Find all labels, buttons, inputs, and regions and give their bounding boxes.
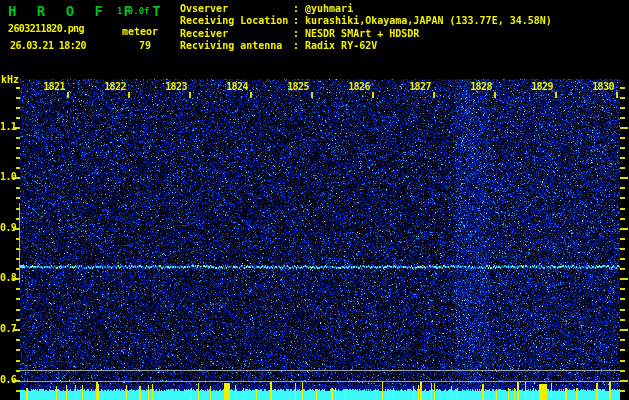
time-tick-label: 1826 [348,81,370,92]
y-tick-label: 1.1 [0,121,14,132]
time-tick-label: 1827 [409,81,431,92]
info-colon: : [293,28,299,39]
y-tick-label: 0.7 [0,323,14,334]
info-label: Receiver [180,28,228,39]
info-label: Ovserver [180,3,228,14]
time-tick-label: 1829 [531,81,553,92]
info-row-receiver: Receiver : NESDR SMArt + HDSDR [180,28,629,40]
time-tick-label: 1830 [592,81,614,92]
spectrogram-canvas [0,0,629,400]
observation-datetime: 26.03.21 18:20 [10,40,86,51]
time-tick-label: 1821 [43,81,65,92]
info-value: kurashiki,Okayama,JAPAN (133.77E, 34.58N… [305,15,552,26]
info-row-location: Receiving Location : kurashiki,Okayama,J… [180,15,629,27]
info-label: Recviving antenna [180,40,282,51]
y-tick-label: 0.9 [0,222,14,233]
info-value: NESDR SMArt + HDSDR [305,28,419,39]
hrofft-screen: H R O F F T 1.0.0f 2603211820.png meteor… [0,0,629,400]
y-tick-label: 0.6 [0,374,14,385]
info-row-observer: Ovserver : @yuhmari [180,3,629,15]
y-axis-unit-label: kHz [1,74,19,85]
time-tick-label: 1823 [165,81,187,92]
info-label: Receiving Location [180,15,288,26]
meteor-count-value: 79 [139,40,151,51]
info-value: @yuhmari [305,3,353,14]
app-version: 1.0.0f [117,6,150,16]
y-tick-label: 0.8 [0,272,14,283]
time-tick-label: 1824 [226,81,248,92]
time-tick-label: 1828 [470,81,492,92]
info-colon: : [293,3,299,14]
info-row-antenna: Recviving antenna : Radix RY-62V [180,40,629,52]
meteor-count-label: meteor [122,26,158,37]
info-value: Radix RY-62V [305,40,377,51]
output-filename: 2603211820.png [8,23,84,34]
info-colon: : [293,15,299,26]
time-tick-label: 1825 [287,81,309,92]
time-tick-label: 1822 [104,81,126,92]
y-tick-label: 1.0 [0,171,14,182]
info-colon: : [293,40,299,51]
